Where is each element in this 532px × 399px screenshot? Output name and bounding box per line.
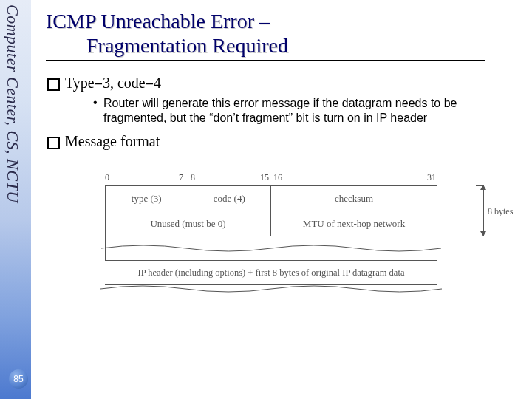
- brace-vertical: [483, 185, 484, 236]
- bullet-message-format: Message format: [46, 133, 519, 150]
- bit-ruler: 0 7 8 15 16 31: [105, 172, 474, 185]
- bullet-type-code-text: Type=3, code=4: [65, 75, 161, 91]
- packet-rows-1-2: type (3) code (4) checksum Unused (must …: [105, 185, 437, 236]
- title-line-1: ICMP Unreachable Error –: [46, 10, 270, 33]
- subbullet-router-desc: Router will generate this error message …: [95, 96, 519, 126]
- packet-row-1: type (3) code (4) checksum: [106, 186, 437, 211]
- eight-bytes-brace: 8 bytes: [476, 185, 516, 236]
- bit-label-7: 7: [179, 172, 183, 183]
- field-unused: Unused (must be 0): [106, 211, 271, 236]
- field-type: type (3): [106, 186, 188, 211]
- packet-gap: [105, 236, 437, 260]
- tear-line-bottom: [100, 285, 442, 293]
- bit-label-31: 31: [427, 172, 436, 183]
- bit-label-16: 16: [273, 172, 282, 183]
- sidebar-org-text: Computer Center, CS, NCTU: [3, 4, 22, 203]
- slide-content: ICMP Unreachable Error – Fragmentation R…: [46, 9, 519, 293]
- slide-body: Type=3, code=4 Router will generate this…: [46, 75, 519, 293]
- slide-title: ICMP Unreachable Error – Fragmentation R…: [46, 9, 519, 58]
- bullet-type-code: Type=3, code=4 Router will generate this…: [46, 75, 519, 126]
- page-number-badge: 85: [9, 369, 28, 389]
- brace-arrow-down-icon: [480, 231, 486, 236]
- title-line-2: Fragmentation Required: [46, 34, 288, 57]
- field-checksum: checksum: [271, 186, 437, 211]
- bit-label-15: 15: [260, 172, 269, 183]
- bit-label-0: 0: [105, 172, 109, 183]
- title-rule: [46, 60, 485, 61]
- brace-tick-top: [476, 185, 483, 186]
- field-code: code (4): [188, 186, 272, 211]
- icmp-packet-diagram: 0 7 8 15 16 31 type (3) code (4) checksu…: [105, 172, 474, 293]
- brace-label: 8 bytes: [488, 206, 513, 217]
- packet-row-2: Unused (must be 0) MTU of next-hop netwo…: [106, 211, 437, 236]
- bit-label-8: 8: [191, 172, 195, 183]
- field-ip-header-plus-8: IP header (including options) + first 8 …: [105, 261, 437, 285]
- tear-line-top: [101, 245, 441, 252]
- field-mtu: MTU of next-hop network: [271, 211, 437, 236]
- packet-row-3: IP header (including options) + first 8 …: [105, 260, 437, 285]
- bullet-message-format-text: Message format: [65, 133, 160, 149]
- sidebar: Computer Center, CS, NCTU: [0, 0, 31, 399]
